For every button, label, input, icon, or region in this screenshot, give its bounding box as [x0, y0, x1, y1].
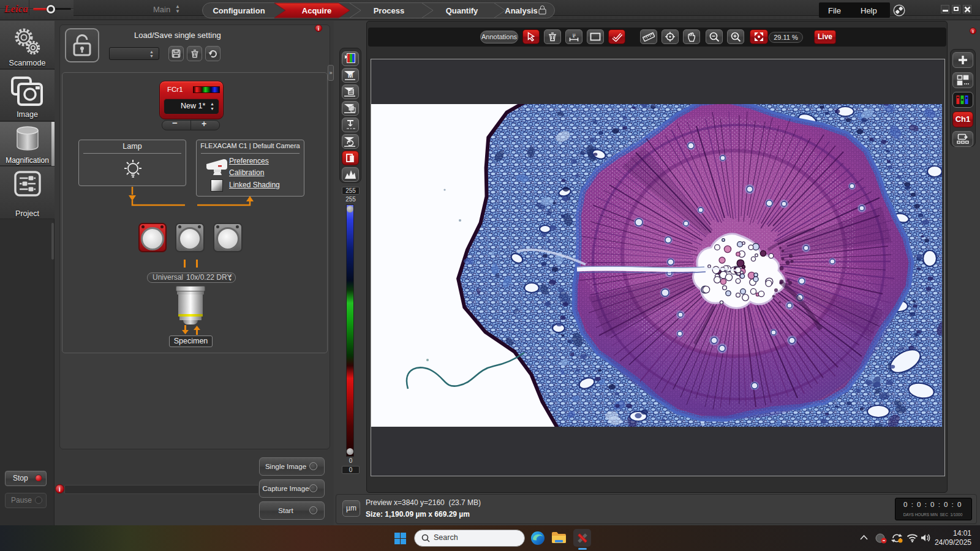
svg-text:M: M	[348, 72, 353, 79]
svg-text:Configuration: Configuration	[213, 6, 265, 15]
svg-text:Process: Process	[374, 6, 405, 15]
svg-text:Analysis: Analysis	[505, 6, 537, 15]
svg-text:Quantify: Quantify	[446, 6, 478, 15]
svg-text:Acquire: Acquire	[302, 6, 331, 15]
